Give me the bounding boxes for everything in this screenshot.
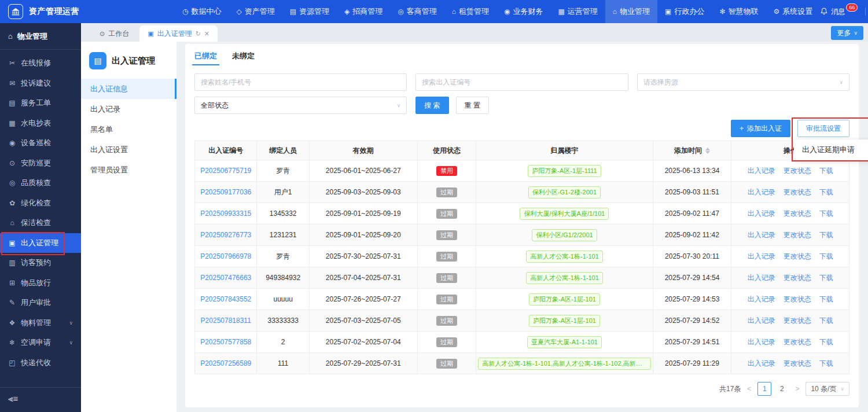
pass-records-link[interactable]: 出入记录	[748, 167, 775, 175]
nav-item-admin-office[interactable]: ▣行政办公	[657, 0, 712, 23]
nav-item-smart-iot[interactable]: ✻智慧物联	[712, 0, 766, 23]
sidebar-item-quality-check[interactable]: ◎品质核查	[0, 173, 81, 193]
download-link[interactable]: 下载	[819, 231, 833, 239]
download-link[interactable]: 下载	[819, 274, 833, 282]
submenu-item-pass-records[interactable]: 出入记录	[81, 99, 176, 119]
sidebar-item-service-work-order[interactable]: ▤服务工单	[0, 93, 81, 113]
tab-pass-management[interactable]: ▣ 出入证管理 ↻ ✕	[139, 25, 218, 42]
pass-records-link[interactable]: 出入记录	[748, 188, 775, 196]
pass-id-link[interactable]: P202507818311	[201, 317, 251, 325]
pass-id-link[interactable]: P202509276773	[200, 231, 251, 239]
close-icon[interactable]: ✕	[204, 30, 209, 38]
nav-item-asset-management[interactable]: ◇资产管理	[229, 0, 282, 23]
more-button[interactable]: 更多 ∨	[831, 26, 863, 40]
submenu-item-blacklist[interactable]: 黑名单	[81, 119, 176, 139]
download-link[interactable]: 下载	[819, 167, 833, 175]
pass-id-link[interactable]: P202507966978	[200, 252, 251, 260]
sidebar-item-item-release[interactable]: ⊞物品放行	[0, 273, 81, 293]
change-status-link[interactable]: 更改状态	[784, 167, 811, 175]
sidebar-item-complaint-suggestion[interactable]: ✉投诉建议	[0, 73, 81, 94]
pass-records-link[interactable]: 出入记录	[748, 359, 775, 367]
pass-records-link[interactable]: 出入记录	[748, 295, 775, 303]
sort-icon[interactable]	[705, 148, 710, 154]
tab-unbound[interactable]: 未绑定	[232, 51, 255, 65]
nav-item-merchant-management[interactable]: ◎客商管理	[390, 0, 444, 23]
next-page-button[interactable]: >	[794, 385, 800, 393]
nav-item-resource-management[interactable]: ▤资源管理	[282, 0, 337, 23]
nav-item-business-finance[interactable]: ◉业务财务	[496, 0, 550, 23]
change-status-link[interactable]: 更改状态	[784, 295, 811, 303]
search-name-input[interactable]	[194, 73, 407, 91]
change-status-link[interactable]: 更改状态	[784, 359, 811, 367]
sidebar-item-ac-request[interactable]: ❄空调申请∨	[0, 333, 81, 353]
nav-item-system-settings[interactable]: ⚙系统设置	[766, 0, 821, 23]
cell-status: 过期	[417, 289, 476, 310]
nav-item-data-center[interactable]: ◷数据中心	[175, 0, 229, 23]
change-status-link[interactable]: 更改状态	[784, 252, 811, 260]
add-pass-button[interactable]: + 添加出入证	[731, 120, 790, 137]
nav-item-investment-management[interactable]: ◈招商管理	[337, 0, 390, 23]
search-pass-input[interactable]	[415, 73, 628, 91]
pass-records-link[interactable]: 出入记录	[748, 231, 775, 239]
pass-records-link[interactable]: 出入记录	[748, 274, 775, 282]
collapse-sidebar-icon[interactable]: ⫷≡	[8, 393, 18, 403]
refresh-icon[interactable]: ↻	[196, 30, 201, 38]
tab-workbench[interactable]: ⊙ 工作台	[91, 25, 137, 42]
search-button[interactable]: 搜 索	[415, 97, 448, 114]
sidebar-item-user-approval[interactable]: ✎用户审批	[0, 293, 81, 313]
download-link[interactable]: 下载	[819, 338, 833, 346]
pass-records-link[interactable]: 出入记录	[748, 317, 775, 325]
sidebar-item-pass-management[interactable]: ▣出入证管理	[0, 233, 81, 253]
pass-id-link[interactable]: P202507843552	[200, 295, 251, 303]
sidebar-item-meter-reading[interactable]: ▦水电抄表	[0, 113, 81, 134]
pass-id-link[interactable]: P202507577858	[200, 338, 251, 346]
pass-id-link[interactable]: P202507476663	[200, 274, 251, 282]
pass-id-link[interactable]: P202509177036	[200, 188, 251, 196]
nav-item-operation-management[interactable]: ▦运营管理	[551, 0, 605, 23]
sidebar-item-parcel-collection[interactable]: ◰快递代收	[0, 353, 81, 373]
sidebar-item-online-repair[interactable]: ✂在线报修	[0, 53, 81, 73]
download-link[interactable]: 下载	[819, 188, 833, 196]
change-status-link[interactable]: 更改状态	[784, 274, 811, 282]
approval-flow-button[interactable]: 审批流设置	[797, 120, 849, 137]
sidebar-item-security-patrol[interactable]: ⊙安防巡更	[0, 153, 81, 174]
pass-id-link[interactable]: P202507256589	[200, 359, 251, 367]
pass-delay-request-item[interactable]: 出入证延期申请	[794, 139, 868, 160]
reset-button[interactable]: 重 置	[456, 97, 489, 114]
table-row: P20250993331513453322025-09-01~2025-09-1…	[195, 203, 849, 225]
pass-id-link[interactable]: P202506775719	[200, 167, 251, 175]
page-number-2[interactable]: 2	[775, 382, 789, 396]
change-status-link[interactable]: 更改状态	[784, 188, 811, 196]
sidebar-item-visitor-appointment[interactable]: ▥访客预约	[0, 253, 81, 273]
download-link[interactable]: 下载	[819, 252, 833, 260]
download-link[interactable]: 下载	[819, 209, 833, 218]
sidebar-item-equipment-inspection[interactable]: ◉设备巡检	[0, 133, 81, 153]
change-status-link[interactable]: 更改状态	[784, 317, 811, 325]
pass-id-link[interactable]: P202509933315	[200, 209, 251, 218]
download-link[interactable]: 下载	[819, 359, 833, 367]
download-link[interactable]: 下载	[819, 317, 833, 325]
submenu-item-pass-info[interactable]: 出入证信息	[81, 79, 176, 99]
status-select[interactable]: 全部状态 ∨	[194, 97, 407, 114]
submenu-item-admin-settings[interactable]: 管理员设置	[81, 160, 176, 180]
nav-item-lease-management[interactable]: ⌂租赁管理	[444, 0, 496, 23]
pass-records-link[interactable]: 出入记录	[748, 209, 775, 218]
page-number-1[interactable]: 1	[757, 382, 771, 396]
change-status-link[interactable]: 更改状态	[784, 231, 811, 239]
pass-records-link[interactable]: 出入记录	[748, 252, 775, 260]
change-status-link[interactable]: 更改状态	[784, 209, 811, 218]
messages-button[interactable]: 消息 66	[820, 7, 859, 17]
nav-item-label: 业务财务	[513, 6, 543, 17]
room-select[interactable]: 请选择房源 ∨	[637, 73, 849, 91]
submenu-item-pass-settings[interactable]: 出入证设置	[81, 139, 176, 160]
download-link[interactable]: 下载	[819, 295, 833, 303]
pass-records-link[interactable]: 出入记录	[748, 338, 775, 346]
tab-bound[interactable]: 已绑定	[194, 51, 217, 65]
page-size-select[interactable]: 10 条/页 ∨	[806, 382, 849, 396]
sidebar-item-greening-check[interactable]: ✿绿化检查	[0, 193, 81, 214]
sidebar-item-cleaning-check[interactable]: ⌂保洁检查	[0, 213, 81, 233]
nav-item-property-management[interactable]: ⌂物业管理	[605, 0, 657, 23]
sidebar-item-material-management[interactable]: ❖物料管理∨	[0, 313, 81, 333]
prev-page-button[interactable]: <	[746, 385, 752, 393]
change-status-link[interactable]: 更改状态	[784, 338, 811, 346]
